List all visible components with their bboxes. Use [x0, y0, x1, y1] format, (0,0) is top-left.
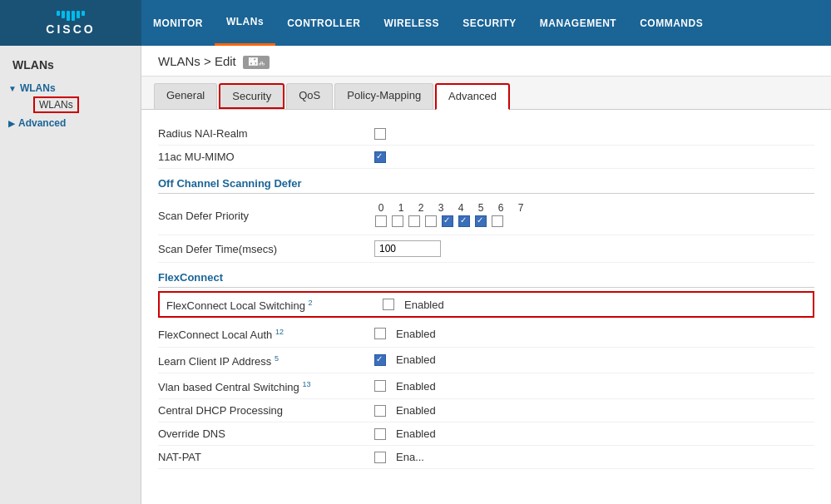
scan-defer-time-control [374, 240, 441, 257]
wlan-name: ஀ஃ [243, 56, 270, 69]
logo-area: CISCO [0, 0, 141, 46]
priority-cb-6[interactable] [475, 215, 487, 227]
arrow-icon: ▼ [8, 84, 17, 93]
radius-nai-row: Radius NAI-Realm [158, 122, 814, 146]
tab-policy-mapping[interactable]: Policy-Mapping [334, 83, 433, 109]
flexconnect-local-auth-sup[interactable]: 12 [275, 328, 284, 336]
pcb-2-wrapper [408, 215, 421, 230]
central-dhcp-checkbox[interactable] [374, 405, 386, 417]
override-dns-checkbox[interactable] [374, 428, 386, 440]
learn-client-ip-control: Enabled [374, 353, 436, 366]
flexconnect-local-switching-sup[interactable]: 2 [309, 299, 313, 307]
pnum-3: 3 [434, 202, 448, 214]
off-channel-section-header: Off Channel Scanning Defer [158, 169, 814, 194]
scan-defer-time-label: Scan Defer Time(msecs) [158, 243, 374, 255]
flexconnect-local-auth-control: Enabled [374, 328, 436, 340]
nav-monitor[interactable]: MONITOR [141, 0, 215, 46]
pnum-5: 5 [474, 202, 487, 214]
learn-client-ip-checkbox[interactable] [374, 354, 386, 366]
pnum-0: 0 [374, 202, 388, 214]
priority-cb-0[interactable] [375, 215, 387, 227]
priority-cb-7[interactable] [492, 215, 503, 227]
nav-wireless[interactable]: WIRELESS [372, 0, 451, 46]
pcb-7-wrapper [491, 215, 504, 230]
nav-security[interactable]: SECURITY [451, 0, 528, 46]
pnum-2: 2 [414, 202, 428, 214]
override-dns-enabled: Enabled [396, 427, 436, 440]
tab-security[interactable]: Security [219, 83, 284, 109]
override-dns-control: Enabled [374, 427, 436, 440]
tab-advanced[interactable]: Advanced [435, 83, 510, 110]
sidebar-title: WLANs [0, 54, 141, 78]
radius-nai-control [374, 128, 386, 140]
flexconnect-local-auth-checkbox[interactable] [374, 328, 386, 339]
flexconnect-section-header: FlexConnect [158, 263, 814, 288]
mu-mimo-control [374, 151, 386, 163]
priority-cb-3[interactable] [425, 215, 437, 227]
sidebar-group-wlans[interactable]: ▼ WLANs [0, 80, 141, 96]
pcb-1-wrapper [391, 215, 404, 230]
bar2 [62, 11, 65, 18]
vlan-central-switching-checkbox[interactable] [374, 380, 386, 392]
tab-general[interactable]: General [154, 83, 217, 109]
nat-pat-enabled: Ena... [396, 451, 424, 463]
cisco-bars [46, 11, 95, 21]
central-dhcp-control: Enabled [374, 404, 436, 417]
learn-client-ip-sup[interactable]: 5 [275, 354, 279, 363]
main-content: WLANs > Edit ஀ஃ General Security QoS Pol… [141, 46, 831, 504]
sidebar-advanced-label: Advanced [18, 117, 66, 129]
vlan-central-switching-row: Vlan based Central Switching 13 Enabled [158, 373, 814, 399]
mu-mimo-checkbox[interactable] [374, 151, 386, 163]
tab-qos[interactable]: QoS [286, 83, 333, 109]
flexconnect-local-switching-control: Enabled [383, 299, 444, 311]
nav-commands[interactable]: COMMANDS [628, 0, 715, 46]
nat-pat-label: NAT-PAT [158, 451, 374, 463]
vlan-central-switching-enabled: Enabled [396, 380, 436, 393]
central-dhcp-label: Central DHCP Processing [158, 404, 374, 417]
mu-mimo-label: 11ac MU-MIMO [158, 151, 374, 163]
override-dns-row: Override DNS Enabled [158, 422, 814, 446]
vlan-central-switching-label: Vlan based Central Switching 13 [158, 378, 374, 393]
nav-management[interactable]: MANAGEMENT [528, 0, 628, 46]
scan-defer-priority-control: 0 1 2 3 4 5 6 7 [374, 202, 527, 230]
nat-pat-checkbox[interactable] [374, 452, 386, 463]
flexconnect-local-switching-inner: FlexConnect Local Switching 2 Enabled [166, 297, 806, 312]
priority-cb-2[interactable] [408, 215, 420, 227]
scan-defer-time-input[interactable] [374, 240, 441, 257]
content-area: Radius NAI-Realm 11ac MU-MIMO Off Channe… [141, 110, 831, 482]
sidebar-wlans-link[interactable]: WLANs [33, 96, 79, 113]
radius-nai-label: Radius NAI-Realm [158, 127, 374, 140]
scan-defer-priority-label: Scan Defer Priority [158, 210, 374, 222]
nav-controller[interactable]: CONTROLLER [275, 0, 372, 46]
bar6 [82, 11, 85, 16]
nat-pat-control: Ena... [374, 451, 424, 463]
vlan-central-switching-sup[interactable]: 13 [302, 380, 310, 388]
breadcrumb: WLANs > Edit [158, 54, 236, 68]
radius-nai-checkbox[interactable] [374, 128, 386, 140]
priority-row: 0 1 2 3 4 5 6 7 [374, 202, 527, 230]
bar5 [77, 11, 80, 18]
cisco-logo: CISCO [46, 11, 95, 36]
bar1 [57, 11, 60, 16]
sidebar-wlans-link-wrapper: WLANs [0, 96, 141, 113]
vlan-central-switching-control: Enabled [374, 380, 436, 393]
priority-checkboxes [374, 215, 527, 230]
nat-pat-row: NAT-PAT Ena... [158, 446, 814, 469]
nav-wlans[interactable]: WLANs [215, 0, 275, 46]
priority-cb-5[interactable] [458, 215, 470, 227]
learn-client-ip-label: Learn Client IP Address 5 [158, 353, 374, 368]
priority-cb-4[interactable] [442, 215, 453, 227]
bar3 [67, 11, 70, 21]
flexconnect-local-switching-enabled: Enabled [404, 299, 444, 311]
flexconnect-local-switching-checkbox[interactable] [383, 299, 394, 310]
priority-numbers: 0 1 2 3 4 5 6 7 [374, 202, 527, 214]
learn-client-ip-row: Learn Client IP Address 5 Enabled [158, 348, 814, 373]
flexconnect-local-auth-enabled: Enabled [396, 328, 436, 340]
priority-cb-1[interactable] [392, 215, 403, 227]
top-navigation: CISCO MONITOR WLANs CONTROLLER WIRELESS … [0, 0, 831, 46]
scan-defer-time-row: Scan Defer Time(msecs) [158, 235, 814, 263]
sidebar-advanced[interactable]: ▶ Advanced [0, 115, 141, 131]
pcb-5-wrapper [458, 215, 471, 230]
flexconnect-local-switching-label: FlexConnect Local Switching 2 [166, 297, 383, 312]
page-layout: WLANs ▼ WLANs WLANs ▶ Advanced WLANs > E… [0, 46, 831, 504]
